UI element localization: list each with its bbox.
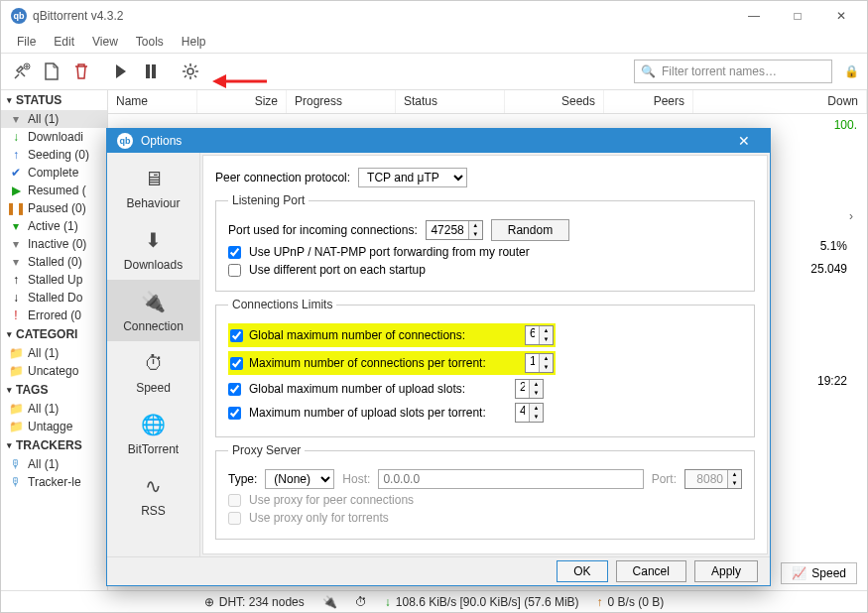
limit-spinner-2[interactable]: ▲▼	[515, 379, 544, 399]
delete-icon[interactable]	[68, 59, 94, 84]
limit-checkbox-0[interactable]	[230, 329, 243, 342]
settings-gear-icon[interactable]	[178, 59, 203, 84]
dialog-titlebar[interactable]: qb Options ✕	[107, 129, 770, 153]
options-cat-bittorrent[interactable]: 🌐BitTorrent	[107, 403, 199, 464]
spin-up-icon[interactable]: ▲	[469, 221, 482, 230]
col-peers[interactable]: Peers	[604, 90, 693, 113]
status-item-0[interactable]: ▾All (1)	[1, 110, 107, 128]
trackers-item-1[interactable]: 🎙Tracker-le	[1, 473, 107, 491]
spin-up-icon[interactable]: ▲	[540, 326, 553, 335]
status-item-5[interactable]: ❚❚Paused (0)	[1, 199, 107, 217]
folder-icon: 📁	[9, 402, 23, 416]
tags-header[interactable]: TAGS	[1, 380, 107, 400]
status-item-label: Stalled Do	[28, 291, 82, 305]
add-link-icon[interactable]	[9, 59, 35, 84]
proxy-type-select[interactable]: (None)	[265, 469, 334, 489]
col-seeds[interactable]: Seeds	[505, 90, 604, 113]
options-cat-connection[interactable]: 🔌Connection	[107, 280, 199, 341]
dialog-close-icon[interactable]: ✕	[724, 133, 764, 149]
spin-down-icon[interactable]: ▼	[540, 363, 553, 372]
menu-file[interactable]: File	[9, 33, 44, 51]
col-status[interactable]: Status	[396, 90, 505, 113]
menu-edit[interactable]: Edit	[46, 33, 82, 51]
categories-header[interactable]: CATEGORI	[1, 324, 107, 344]
col-progress[interactable]: Progress	[287, 90, 396, 113]
limit-input[interactable]	[526, 354, 539, 367]
col-name[interactable]: Name	[108, 90, 197, 113]
resume-icon[interactable]	[108, 59, 134, 84]
options-cat-behaviour[interactable]: 🖥Behaviour	[107, 157, 199, 218]
status-header[interactable]: STATUS	[1, 90, 107, 110]
status-item-1[interactable]: ↓Downloadi	[1, 128, 107, 146]
port-spinner[interactable]: ▲▼	[426, 220, 483, 240]
limit-input[interactable]	[526, 326, 539, 339]
diffport-checkbox[interactable]	[228, 264, 241, 277]
col-down[interactable]: Down	[693, 90, 867, 113]
status-item-4[interactable]: ▶Resumed (	[1, 182, 107, 199]
apply-button[interactable]: Apply	[694, 560, 758, 582]
plug-icon: 🔌	[322, 595, 337, 609]
trackers-item-0[interactable]: 🎙All (1)	[1, 455, 107, 473]
upnp-checkbox[interactable]	[228, 246, 241, 259]
spin-down-icon[interactable]: ▼	[530, 389, 543, 398]
status-item-6[interactable]: ▾Active (1)	[1, 217, 107, 235]
proxy-port-input	[685, 470, 727, 488]
random-port-button[interactable]: Random	[491, 219, 569, 241]
tags-item-1[interactable]: 📁Untagge	[1, 418, 107, 435]
pause-icon[interactable]	[138, 59, 164, 84]
limit-checkbox-2[interactable]	[228, 383, 241, 396]
options-cat-downloads[interactable]: ⬇Downloads	[107, 218, 199, 280]
menu-view[interactable]: View	[84, 33, 126, 51]
status-item-9[interactable]: ↑Stalled Up	[1, 271, 107, 289]
limit-input[interactable]	[516, 380, 529, 393]
status-item-label: Errored (0	[28, 308, 81, 322]
spin-down-icon[interactable]: ▼	[540, 335, 553, 344]
status-item-11[interactable]: !Errored (0	[1, 306, 107, 324]
funnel-icon: ▾	[9, 112, 23, 126]
limit-spinner-3[interactable]: ▲▼	[515, 403, 544, 423]
add-file-icon[interactable]	[39, 59, 64, 84]
ok-button[interactable]: OK	[557, 560, 607, 582]
col-size[interactable]: Size	[197, 90, 287, 113]
spin-up-icon[interactable]: ▲	[530, 380, 543, 389]
protocol-select[interactable]: TCP and μTP	[358, 168, 467, 187]
spin-up-icon[interactable]: ▲	[530, 404, 543, 413]
funnel-icon: ▾	[9, 219, 23, 233]
categories-item-0[interactable]: 📁All (1)	[1, 344, 107, 362]
chart-icon: 📈	[792, 566, 806, 580]
options-cat-speed[interactable]: ⏱Speed	[107, 341, 199, 403]
limit-checkbox-3[interactable]	[228, 407, 241, 420]
close-button[interactable]: ✕	[819, 2, 863, 30]
trackers-header[interactable]: TRACKERS	[1, 435, 107, 455]
cancel-button[interactable]: Cancel	[616, 560, 686, 582]
spin-down-icon[interactable]: ▼	[530, 413, 543, 422]
limit-input[interactable]	[516, 404, 529, 417]
maximize-button[interactable]: □	[776, 2, 819, 30]
spin-down-icon[interactable]: ▼	[469, 230, 482, 239]
filter-input[interactable]: 🔍 Filter torrent names…	[634, 60, 832, 83]
status-item-2[interactable]: ↑Seeding (0)	[1, 146, 107, 164]
folder-icon: 📁	[9, 346, 23, 360]
status-item-3[interactable]: ✔Complete	[1, 164, 107, 182]
status-item-10[interactable]: ↓Stalled Do	[1, 289, 107, 306]
status-item-8[interactable]: ▾Stalled (0)	[1, 253, 107, 271]
tags-item-0[interactable]: 📁All (1)	[1, 400, 107, 418]
spin-up-icon[interactable]: ▲	[540, 354, 553, 363]
minimize-button[interactable]: —	[732, 2, 776, 30]
lock-icon[interactable]: 🔒	[844, 64, 859, 78]
status-item-7[interactable]: ▾Inactive (0)	[1, 235, 107, 253]
tab-speed[interactable]: 📈 Speed	[781, 562, 857, 584]
limit-checkbox-1[interactable]	[230, 357, 243, 370]
options-cat-rss[interactable]: ∿RSS	[107, 464, 199, 526]
menu-help[interactable]: Help	[174, 33, 214, 51]
limit-spinner-0[interactable]: ▲▼	[525, 325, 554, 345]
table-header: Name Size Progress Status Seeds Peers Do…	[108, 90, 867, 114]
scroll-right-icon[interactable]: ›	[849, 209, 865, 225]
limit-spinner-1[interactable]: ▲▼	[525, 353, 554, 373]
port-input[interactable]	[427, 221, 468, 239]
categories-item-1[interactable]: 📁Uncatego	[1, 362, 107, 380]
gauge-icon[interactable]: ⏱	[355, 595, 367, 609]
status-item-label: Stalled Up	[28, 273, 82, 287]
cat-behaviour-icon: 🖥	[138, 165, 170, 192]
menu-tools[interactable]: Tools	[128, 33, 172, 51]
